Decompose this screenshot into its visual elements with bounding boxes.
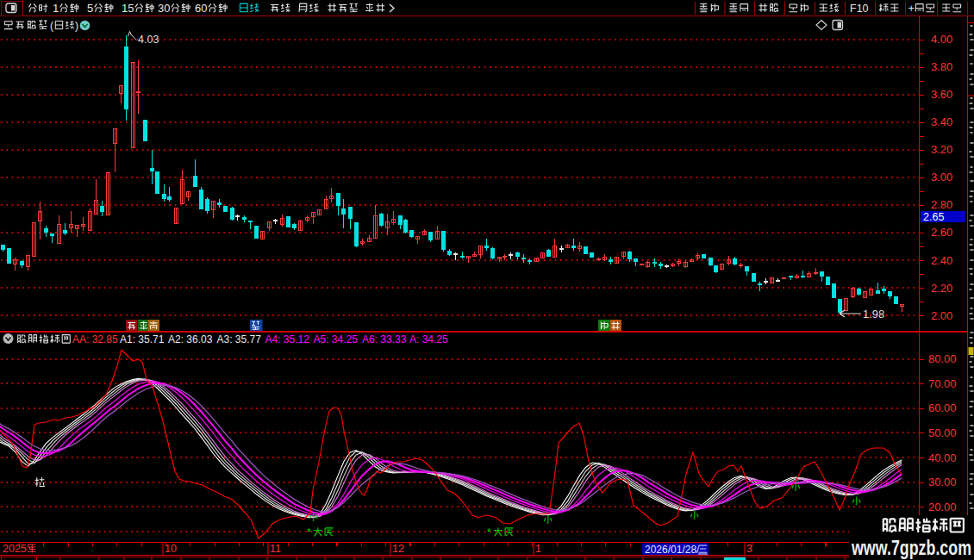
svg-text:): ) xyxy=(75,20,78,32)
svg-text:0: 0 xyxy=(164,2,170,15)
svg-text:A3: 35.77: A3: 35.77 xyxy=(217,333,262,345)
svg-text:20.00: 20.00 xyxy=(928,501,957,513)
svg-text:4.03: 4.03 xyxy=(138,34,159,46)
svg-text:2.40: 2.40 xyxy=(931,254,952,267)
svg-text:60.00: 60.00 xyxy=(928,401,957,414)
svg-text:A2: 36.03: A2: 36.03 xyxy=(168,333,213,345)
svg-text:A4: 35.12: A4: 35.12 xyxy=(265,333,310,345)
svg-text:1.98: 1.98 xyxy=(863,308,884,320)
svg-text:F10: F10 xyxy=(850,3,869,15)
svg-text:3.80: 3.80 xyxy=(931,60,952,73)
svg-text:3.40: 3.40 xyxy=(931,115,952,128)
svg-text:1: 1 xyxy=(535,543,541,555)
svg-text:40.00: 40.00 xyxy=(928,451,957,464)
svg-text:2.80: 2.80 xyxy=(931,198,952,211)
svg-text:1: 1 xyxy=(122,2,128,15)
svg-text:2.00: 2.00 xyxy=(931,309,952,322)
svg-text:1: 1 xyxy=(53,2,59,15)
svg-text:3: 3 xyxy=(746,543,752,555)
svg-text:AA: 32.85: AA: 32.85 xyxy=(72,333,118,345)
svg-text:www.7gpzb.com: www.7gpzb.com xyxy=(851,537,971,559)
svg-text:+: + xyxy=(908,3,915,15)
svg-text:*: * xyxy=(487,526,491,538)
svg-text:2025: 2025 xyxy=(3,543,27,555)
svg-text:A5: 34.25: A5: 34.25 xyxy=(314,333,359,345)
svg-text:70.00: 70.00 xyxy=(928,377,957,390)
svg-text:3.00: 3.00 xyxy=(931,171,952,184)
svg-text:3: 3 xyxy=(158,2,164,15)
svg-text:12: 12 xyxy=(392,543,404,555)
svg-text:A: 34.25: A: 34.25 xyxy=(409,333,448,345)
svg-text:(: ( xyxy=(50,20,53,32)
svg-text:2026/01/28/: 2026/01/28/ xyxy=(645,544,700,556)
svg-text:2.20: 2.20 xyxy=(931,282,952,295)
svg-text:2.65: 2.65 xyxy=(923,211,944,223)
svg-text:0: 0 xyxy=(201,2,207,15)
svg-text:10: 10 xyxy=(165,543,177,555)
svg-text:4.00: 4.00 xyxy=(931,33,952,46)
svg-text:3.60: 3.60 xyxy=(931,88,952,101)
svg-text:30.00: 30.00 xyxy=(928,476,957,488)
svg-text:5: 5 xyxy=(87,2,93,15)
svg-text:A1: 35.71: A1: 35.71 xyxy=(120,333,165,345)
svg-text:5: 5 xyxy=(128,2,134,15)
svg-text:3.20: 3.20 xyxy=(931,143,952,156)
svg-text:80.00: 80.00 xyxy=(928,352,957,365)
svg-text:6: 6 xyxy=(195,2,201,15)
svg-text:11: 11 xyxy=(270,543,281,555)
svg-text:*: * xyxy=(307,526,311,538)
svg-text:2.60: 2.60 xyxy=(931,226,952,239)
svg-text:50.00: 50.00 xyxy=(928,426,957,439)
svg-text:A6: 33.33: A6: 33.33 xyxy=(362,333,407,345)
